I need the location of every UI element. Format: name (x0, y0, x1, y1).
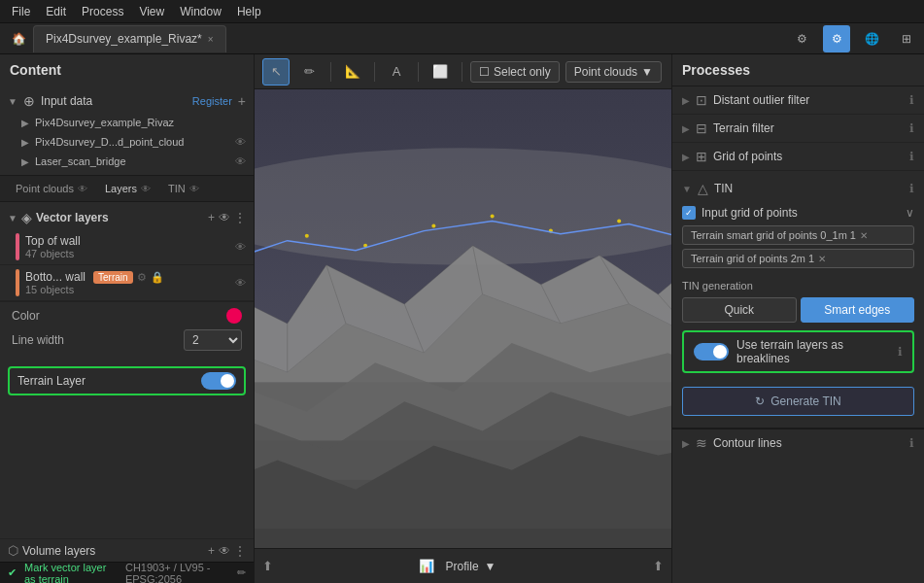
profile-button[interactable]: Profile ▼ (434, 557, 508, 576)
main-tab[interactable]: Pix4Dsurvey_example_Rivaz* × (33, 25, 226, 52)
menu-process[interactable]: Process (74, 3, 131, 20)
layer-item-rivaz[interactable]: ▶ Pix4Dsurvey_example_Rivaz (0, 113, 254, 132)
layer-eye-icon[interactable]: 👁 (235, 136, 246, 148)
wall-settings-icon[interactable]: ⚙ (137, 271, 147, 284)
smart-edges-button[interactable]: Smart edges (801, 297, 915, 323)
process-distant-label: Distant outlier filter (713, 93, 904, 107)
processes-title: Processes (672, 54, 924, 86)
menu-help[interactable]: Help (229, 3, 269, 20)
menu-edit[interactable]: Edit (38, 3, 74, 20)
bottom-right-icon[interactable]: ⬆ (653, 559, 664, 573)
tin-tag-1-close[interactable]: ✕ (818, 254, 826, 264)
text-tool-button[interactable]: A (383, 58, 410, 86)
svg-point-42 (617, 220, 621, 223)
tin-expand-icon[interactable]: ∨ (906, 206, 914, 220)
sub-tab-layers-eye[interactable]: 👁 (141, 184, 151, 194)
process-tf-info-icon[interactable]: ℹ (909, 121, 914, 135)
process-gp-arrow-icon[interactable]: ▶ (682, 152, 690, 162)
volume-more-button[interactable]: ⋮ (234, 544, 246, 558)
tin-arrow-icon[interactable]: ▼ (682, 184, 692, 194)
layer-item-point-cloud[interactable]: ▶ Pix4Dsurvey_D...d_point_cloud 👁 (0, 132, 254, 152)
line-width-label: Line width (12, 333, 176, 347)
tin-title-label: TIN (714, 182, 904, 195)
svg-point-40 (491, 215, 495, 219)
wall-lock-icon[interactable]: 🔒 (151, 271, 164, 284)
wall-color-bottom-indicator (16, 269, 19, 296)
process-distant-info-icon[interactable]: ℹ (909, 93, 914, 107)
contour-arrow-icon[interactable]: ▶ (682, 438, 690, 449)
bottom-left-icon[interactable]: ⬆ (262, 559, 273, 573)
tin-input-row: ✓ Input grid of points ∨ (672, 202, 924, 223)
scene-area[interactable] (255, 89, 671, 548)
sub-tab-pc-eye[interactable]: 👁 (78, 184, 87, 194)
vector-layers-title: Vector layers (36, 211, 204, 224)
add-vector-button[interactable]: + (208, 211, 215, 224)
tin-info-icon[interactable]: ℹ (909, 182, 914, 195)
add-input-button[interactable]: + (238, 93, 246, 109)
measure-tool-button[interactable]: 📐 (339, 58, 366, 86)
wall-eye-bottom-icon[interactable]: 👁 (235, 277, 246, 289)
tin-checkbox[interactable]: ✓ (682, 206, 696, 220)
register-button[interactable]: Register (192, 95, 232, 107)
process-distant-outlier: ▶ ⊡ Distant outlier filter ℹ (672, 86, 924, 115)
process-tf-arrow-icon[interactable]: ▶ (682, 123, 690, 134)
profile-dropdown-icon: ▼ (485, 560, 496, 573)
right-panel: Processes ▶ ⊡ Distant outlier filter ℹ ▶… (671, 54, 924, 583)
layer-name-bridge: Laser_scan_bridge (35, 155, 229, 167)
contour-icon: ≋ (696, 435, 707, 451)
volume-eye-button[interactable]: 👁 (219, 544, 230, 558)
add-volume-button[interactable]: + (208, 544, 215, 558)
contour-info-icon[interactable]: ℹ (909, 436, 914, 450)
expand-icon-button[interactable]: ⊞ (893, 25, 920, 52)
tin-tag-0-close[interactable]: ✕ (860, 230, 868, 241)
gear-icon-button[interactable]: ⚙ (823, 25, 850, 52)
home-button[interactable]: 🏠 (4, 24, 33, 53)
process-arrow-icon[interactable]: ▶ (682, 95, 690, 106)
menu-view[interactable]: View (131, 3, 172, 20)
terrain-visualization (255, 89, 671, 548)
vector-more-button[interactable]: ⋮ (234, 211, 246, 224)
layer-item-bridge[interactable]: ▶ Laser_scan_bridge 👁 (0, 152, 254, 171)
wall-item-top: Top of wall 47 objects 👁 (0, 229, 254, 265)
color-picker[interactable] (226, 308, 242, 324)
tab-close-button[interactable]: × (208, 34, 214, 45)
generate-tin-button[interactable]: ↻ Generate TIN (682, 387, 914, 416)
shape-tool-button[interactable]: ⬜ (427, 58, 454, 86)
layer-eye-icon[interactable]: 👁 (235, 155, 246, 167)
draw-tool-button[interactable]: ✏ (295, 58, 323, 86)
mark-terrain-label: Mark vector layer as terrain (24, 562, 118, 584)
tin-generation-area: TIN generation Quick Smart edges Use ter… (672, 274, 924, 387)
select-only-button[interactable]: ☐ Select only (470, 61, 560, 83)
vector-expand-arrow-icon[interactable]: ▼ (8, 213, 17, 223)
process-grid-points-label: Grid of points (713, 150, 904, 163)
menu-window[interactable]: Window (172, 3, 229, 20)
sub-tab-layers[interactable]: Layers 👁 (97, 180, 158, 197)
globe-icon-button[interactable]: 🌐 (858, 25, 885, 52)
wall-eye-top-icon[interactable]: 👁 (235, 241, 246, 253)
menu-file[interactable]: File (4, 3, 38, 20)
vector-eye-button[interactable]: 👁 (219, 211, 230, 224)
point-clouds-label: Point clouds (574, 65, 637, 79)
wall-count-bottom: 15 objects (25, 284, 229, 295)
wall-info-bottom: Botto... wall Terrain ⚙ 🔒 15 objects (25, 270, 229, 295)
settings-icon-button[interactable]: ⚙ (788, 25, 815, 52)
process-gp-info-icon[interactable]: ℹ (909, 150, 914, 163)
edit-coords-icon[interactable]: ✏ (237, 566, 246, 579)
select-tool-button[interactable]: ↖ (262, 58, 290, 86)
quick-button[interactable]: Quick (682, 297, 797, 323)
breaklines-label: Use terrain layers as breaklines (736, 338, 890, 365)
terrain-layer-toggle[interactable] (201, 372, 236, 390)
profile-icon[interactable]: 📊 (419, 559, 434, 573)
sub-tab-tin[interactable]: TIN 👁 (160, 180, 207, 197)
sub-tab-point-clouds[interactable]: Point clouds 👁 (8, 180, 95, 197)
wall-item-bottom-header: Botto... wall Terrain ⚙ 🔒 15 objects 👁 (16, 269, 246, 296)
line-width-select[interactable]: 2 1 3 4 (184, 329, 242, 351)
sub-tab-tin-eye[interactable]: 👁 (189, 184, 199, 194)
point-clouds-dropdown[interactable]: Point clouds ▼ (565, 61, 662, 83)
breaklines-info-icon[interactable]: ℹ (898, 345, 903, 359)
tab-bar: 🏠 Pix4Dsurvey_example_Rivaz* × ⚙ ⚙ 🌐 ⊞ (0, 23, 924, 54)
expand-arrow-icon[interactable]: ▼ (8, 96, 17, 107)
tab-label: Pix4Dsurvey_example_Rivaz* (46, 32, 202, 46)
tin-tag-1: Terrain grid of points 2m 1 ✕ (682, 249, 914, 268)
breaklines-toggle[interactable] (694, 343, 729, 360)
